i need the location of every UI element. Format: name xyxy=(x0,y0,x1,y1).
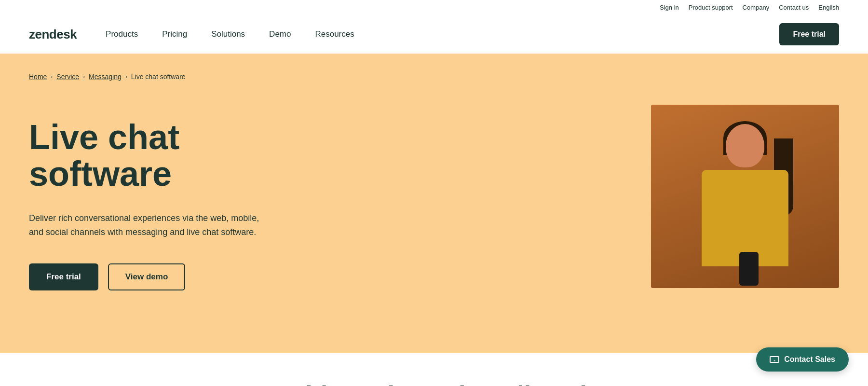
nav-free-trial-button[interactable]: Free trial xyxy=(779,23,839,45)
breadcrumb-sep-2: › xyxy=(83,73,85,80)
nav-links: Products Pricing Solutions Demo Resource… xyxy=(106,29,779,39)
hero-text: Live chat software Deliver rich conversa… xyxy=(29,110,260,290)
breadcrumb-current: Live chat software xyxy=(131,73,186,81)
hero-view-demo-button[interactable]: View demo xyxy=(108,263,186,290)
breadcrumb-sep-3: › xyxy=(125,73,127,80)
main-nav: zendesk Products Pricing Solutions Demo … xyxy=(0,15,868,54)
breadcrumb-home[interactable]: Home xyxy=(29,73,47,81)
hero-content: Live chat software Deliver rich conversa… xyxy=(29,110,839,290)
contact-sales-label: Contact Sales xyxy=(784,355,835,364)
breadcrumb-service[interactable]: Service xyxy=(56,73,79,81)
nav-resources[interactable]: Resources xyxy=(315,29,354,39)
product-support-link[interactable]: Product support xyxy=(689,4,733,11)
person-head xyxy=(726,124,764,167)
breadcrumb-messaging[interactable]: Messaging xyxy=(89,73,122,81)
contact-sales-button[interactable]: Contact Sales xyxy=(756,347,849,372)
hero-title: Live chat software xyxy=(29,119,260,192)
contact-us-link[interactable]: Contact us xyxy=(779,4,809,11)
person-phone xyxy=(739,252,759,286)
nav-products[interactable]: Products xyxy=(106,29,138,39)
hero-buttons: Free trial View demo xyxy=(29,263,260,290)
hero-image xyxy=(651,105,839,288)
logo[interactable]: zendesk xyxy=(29,27,77,42)
breadcrumb-sep-1: › xyxy=(51,73,53,80)
utility-bar: Sign in Product support Company Contact … xyxy=(0,0,868,15)
sign-in-link[interactable]: Sign in xyxy=(660,4,679,11)
language-link[interactable]: English xyxy=(818,4,839,11)
nav-demo[interactable]: Demo xyxy=(269,29,291,39)
section-title: A guide to the 15 best live chat xyxy=(29,382,839,386)
person-figure xyxy=(682,114,808,288)
hero-free-trial-button[interactable]: Free trial xyxy=(29,263,98,290)
company-link[interactable]: Company xyxy=(743,4,770,11)
hero-section: Home › Service › Messaging › Live chat s… xyxy=(0,54,868,353)
person-body xyxy=(702,170,788,266)
white-section: A guide to the 15 best live chat xyxy=(0,353,868,386)
envelope-icon xyxy=(770,356,779,363)
hero-description: Deliver rich conversational experiences … xyxy=(29,211,260,239)
nav-pricing[interactable]: Pricing xyxy=(162,29,187,39)
nav-solutions[interactable]: Solutions xyxy=(211,29,245,39)
breadcrumb: Home › Service › Messaging › Live chat s… xyxy=(29,73,839,81)
